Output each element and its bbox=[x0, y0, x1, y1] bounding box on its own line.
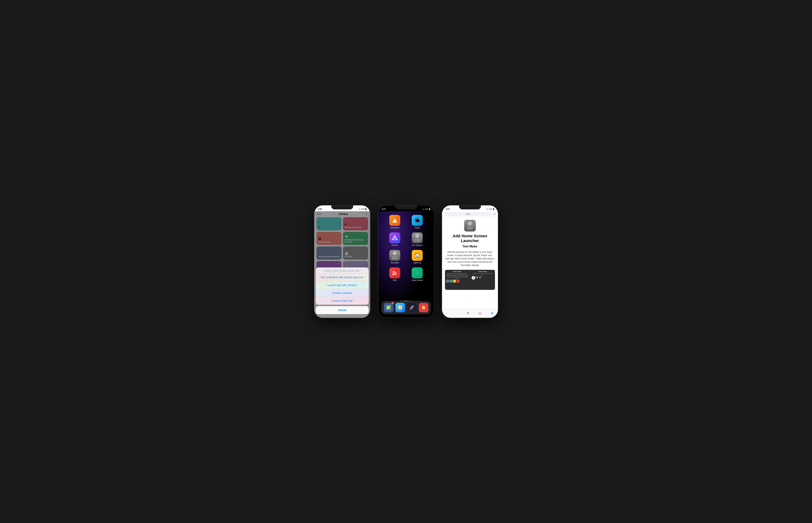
status-time-3: 4:17 bbox=[446, 208, 450, 210]
homescreen-frame: 🖼 bbox=[414, 270, 421, 276]
status-icons-3: ▪▪▪ WiFi ▓ bbox=[487, 208, 494, 210]
action-sheet-launch-url[interactable]: Launch App URL Scheme bbox=[316, 281, 369, 289]
launcher-subtitle: Text Myke bbox=[445, 245, 495, 248]
dock-omnifocus[interactable]: ✅ 9 bbox=[384, 303, 393, 312]
homescreen-icon: 🖼 bbox=[412, 267, 423, 278]
phones-container: 2:23 ▪▪▪ WiFi ▓ Edit Library + ••• bbox=[314, 205, 498, 318]
avatar-body bbox=[467, 226, 473, 230]
avatar-silhouette bbox=[464, 220, 476, 232]
status-time-1: 2:23 bbox=[318, 208, 322, 210]
svg-rect-2 bbox=[393, 274, 394, 275]
home-apps-grid: Automation 🌦 Hourly bbox=[378, 211, 434, 285]
preview-panel-text-left: Add this launcher for 'Home Control' to … bbox=[446, 273, 468, 279]
phone3-content: data: ↻ Add Home Screen Launcher Text My… bbox=[442, 211, 498, 318]
safari-share-button[interactable]: ⬆ bbox=[465, 311, 471, 315]
text-myke-label: Text Myke bbox=[391, 262, 399, 264]
rss-icon bbox=[389, 267, 400, 278]
action-sheet-overlay[interactable]: Choose a Home Screen Launcher Type Run a… bbox=[314, 211, 370, 318]
triangle-shape bbox=[392, 218, 397, 222]
safari-reload-button[interactable]: ↻ bbox=[494, 213, 496, 215]
app-lights-up[interactable]: 🏠 Lights Up bbox=[408, 250, 427, 264]
preview-circle-btn: ⊕ bbox=[472, 276, 475, 279]
app-automation[interactable]: Automation bbox=[386, 215, 404, 229]
frames-icon bbox=[389, 232, 400, 244]
preview-panel-right: Home Control Add this launcher for 'Home… bbox=[471, 270, 495, 290]
preview-panel-left: Home Control Add this launcher for 'Home… bbox=[445, 270, 470, 290]
safari-forward-button[interactable]: › bbox=[455, 311, 459, 315]
rss-label: RSS bbox=[393, 279, 397, 281]
app-home-screen[interactable]: 🖼 Home Screen bbox=[408, 267, 427, 281]
action-sheet-contact[interactable]: Contact Launcher bbox=[316, 289, 369, 297]
preview-mini-icon-1: ⊕ bbox=[446, 279, 449, 283]
battery-icon: ▓ bbox=[493, 208, 494, 210]
wifi-icon: WiFi bbox=[361, 208, 365, 210]
person-head bbox=[415, 234, 419, 238]
lights-label: Lights Up bbox=[413, 262, 421, 264]
preview-panel-title-right: Home Control bbox=[472, 271, 494, 272]
action-sheet-color[interactable]: Custom Color Icon bbox=[316, 297, 369, 305]
person-silhouette-2 bbox=[389, 250, 400, 261]
frames-label: Frames bbox=[392, 244, 398, 246]
signal-icon: ▪▪▪ bbox=[487, 208, 488, 210]
wifi-icon: WiFi bbox=[425, 208, 428, 210]
preview-mini-icon-3: ⭐ bbox=[453, 279, 456, 283]
signal-icon: ▪▪▪ bbox=[423, 208, 424, 210]
launcher-title: Add Home Screen Launcher bbox=[445, 234, 495, 244]
phone-3: 4:17 ▪▪▪ WiFi ▓ data: ↻ bbox=[442, 205, 498, 318]
svg-point-1 bbox=[394, 237, 396, 239]
person-body-2 bbox=[392, 256, 398, 259]
preview-panel-title-left: Home Control bbox=[446, 271, 468, 272]
preview-mini-icon-4: ▶ bbox=[457, 279, 459, 283]
person-head-2 bbox=[393, 251, 397, 255]
preview-panel-text-right: Add this launcher for 'Home Control' to … bbox=[472, 273, 494, 275]
app-rss[interactable]: RSS bbox=[386, 267, 404, 281]
notch-2 bbox=[395, 205, 417, 210]
launcher-desc: Add this launcher for 'Text Myke' to you… bbox=[445, 251, 495, 267]
phone1-content: Edit Library + ••• ✓ ••• ♥ Average Heart… bbox=[314, 211, 370, 318]
launcher-avatar bbox=[464, 220, 476, 232]
preview-mini-btn-1: 📋 bbox=[476, 276, 478, 278]
phone-2: 4:17 ▪▪▪ WiFi ▓ Automation bbox=[378, 205, 435, 318]
status-icons-1: ▪▪▪ WiFi ▓ bbox=[359, 208, 366, 210]
phone-1: 2:23 ▪▪▪ WiFi ▓ Edit Library + ••• bbox=[314, 205, 371, 318]
status-icons-2: ▪▪▪ WiFi ▓ bbox=[423, 208, 430, 210]
app-frames[interactable]: Frames bbox=[386, 232, 404, 246]
preview-mini-icon-2: K bbox=[449, 279, 453, 283]
notch-3 bbox=[459, 205, 481, 210]
dock-reeder[interactable]: ⭐ bbox=[419, 303, 428, 312]
battery-icon: ▓ bbox=[365, 208, 367, 210]
safari-url-bar[interactable]: data: bbox=[444, 212, 492, 216]
hourly-icon: 🌦 bbox=[412, 215, 423, 226]
avatar-head bbox=[468, 221, 472, 226]
action-sheet-cancel[interactable]: Cancel bbox=[316, 306, 369, 314]
notch-1 bbox=[331, 205, 353, 210]
url-text: data: bbox=[466, 213, 470, 215]
automation-icon bbox=[389, 215, 400, 226]
safari-tabs-button[interactable]: ⊞ bbox=[490, 311, 495, 315]
text-stephen-label: Text Stephen bbox=[412, 244, 423, 246]
action-sheet-main: Choose a Home Screen Launcher Type Run a… bbox=[316, 267, 369, 305]
safari-back-button[interactable]: ‹ bbox=[445, 311, 449, 315]
homescreen-label: Home Screen bbox=[411, 279, 423, 281]
launcher-content: Add Home Screen Launcher Text Myke Add t… bbox=[442, 217, 498, 293]
app-text-stephen[interactable]: Text Stephen bbox=[408, 232, 427, 246]
dock: ✅ 9 🧭 🚀 ⭐ bbox=[381, 301, 431, 314]
preview-bottom-icons: ⊕ 📋 🔧 bbox=[472, 276, 494, 279]
status-time-2: 4:17 bbox=[382, 208, 386, 210]
safari-bar: data: ↻ bbox=[442, 211, 498, 217]
person-silhouette bbox=[412, 232, 423, 244]
dock-launch[interactable]: 🚀 bbox=[407, 303, 417, 312]
safari-bookmarks-button[interactable]: 📖 bbox=[477, 311, 483, 315]
app-hourly[interactable]: 🌦 Hourly bbox=[408, 215, 427, 229]
preview-mini-btn-2: 🔧 bbox=[479, 276, 481, 278]
dock-safari[interactable]: 🧭 bbox=[395, 303, 405, 312]
battery-icon: ▓ bbox=[429, 208, 430, 210]
preview-divider bbox=[470, 270, 470, 290]
lights-icon: 🏠 bbox=[412, 250, 423, 261]
automation-label: Automation bbox=[390, 227, 400, 229]
app-text-myke[interactable]: Text Myke bbox=[386, 250, 404, 264]
wifi-icon: WiFi bbox=[489, 208, 492, 210]
action-sheet-run-shortcut[interactable]: Run a Shortcut with Custom App Icon bbox=[316, 273, 369, 281]
signal-icon: ▪▪▪ bbox=[359, 208, 360, 210]
text-myke-icon bbox=[389, 250, 400, 261]
